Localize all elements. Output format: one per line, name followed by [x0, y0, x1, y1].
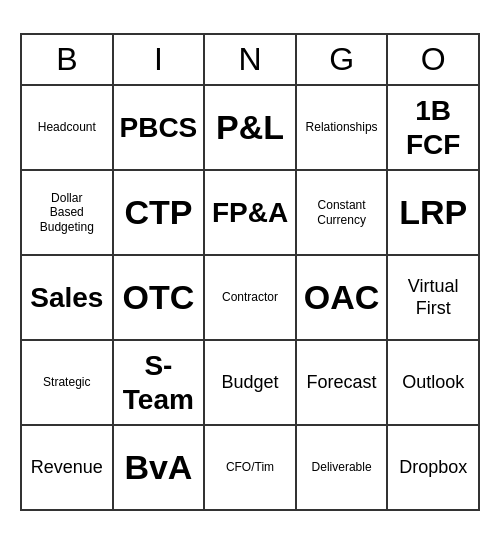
cell-r2-c2: Contractor: [205, 256, 297, 341]
cell-text-r0-c3: Relationships: [306, 120, 378, 134]
cell-text-r4-c0: Revenue: [31, 457, 103, 479]
bingo-grid: HeadcountPBCSP&LRelationships1B FCFDolla…: [20, 86, 480, 511]
bingo-header: BINGO: [20, 33, 480, 86]
header-cell-B: B: [22, 35, 114, 86]
cell-text-r3-c1: S- Team: [123, 349, 194, 416]
bingo-card: BINGO HeadcountPBCSP&LRelationships1B FC…: [20, 33, 480, 511]
cell-r1-c2: FP&A: [205, 171, 297, 256]
cell-r4-c3: Deliverable: [297, 426, 389, 511]
cell-r4-c0: Revenue: [22, 426, 114, 511]
cell-r0-c1: PBCS: [114, 86, 206, 171]
header-cell-G: G: [297, 35, 389, 86]
cell-text-r2-c2: Contractor: [222, 290, 278, 304]
cell-r2-c0: Sales: [22, 256, 114, 341]
cell-r4-c2: CFO/Tim: [205, 426, 297, 511]
cell-r1-c4: LRP: [388, 171, 480, 256]
cell-text-r4-c4: Dropbox: [399, 457, 467, 479]
cell-text-r2-c3: OAC: [304, 277, 380, 318]
cell-r0-c0: Headcount: [22, 86, 114, 171]
cell-r3-c3: Forecast: [297, 341, 389, 426]
cell-text-r2-c4: Virtual First: [408, 276, 459, 319]
cell-r3-c1: S- Team: [114, 341, 206, 426]
cell-text-r1-c2: FP&A: [212, 196, 288, 230]
cell-text-r0-c1: PBCS: [119, 111, 197, 145]
cell-text-r0-c0: Headcount: [38, 120, 96, 134]
cell-text-r3-c2: Budget: [221, 372, 278, 394]
cell-r1-c3: Constant Currency: [297, 171, 389, 256]
cell-r3-c2: Budget: [205, 341, 297, 426]
cell-r2-c3: OAC: [297, 256, 389, 341]
cell-r4-c1: BvA: [114, 426, 206, 511]
header-cell-N: N: [205, 35, 297, 86]
cell-r3-c4: Outlook: [388, 341, 480, 426]
header-cell-I: I: [114, 35, 206, 86]
cell-text-r3-c0: Strategic: [43, 375, 90, 389]
cell-r2-c4: Virtual First: [388, 256, 480, 341]
cell-text-r1-c1: CTP: [124, 192, 192, 233]
header-cell-O: O: [388, 35, 480, 86]
cell-text-r0-c2: P&L: [216, 107, 284, 148]
cell-text-r1-c3: Constant Currency: [317, 198, 366, 227]
cell-r0-c3: Relationships: [297, 86, 389, 171]
cell-r0-c4: 1B FCF: [388, 86, 480, 171]
cell-text-r2-c0: Sales: [30, 281, 103, 315]
cell-text-r2-c1: OTC: [123, 277, 195, 318]
cell-text-r1-c4: LRP: [399, 192, 467, 233]
cell-text-r4-c2: CFO/Tim: [226, 460, 274, 474]
cell-r1-c1: CTP: [114, 171, 206, 256]
cell-r1-c0: Dollar Based Budgeting: [22, 171, 114, 256]
cell-text-r3-c4: Outlook: [402, 372, 464, 394]
cell-r2-c1: OTC: [114, 256, 206, 341]
cell-r3-c0: Strategic: [22, 341, 114, 426]
cell-text-r0-c4: 1B FCF: [406, 94, 460, 161]
cell-text-r3-c3: Forecast: [307, 372, 377, 394]
cell-r0-c2: P&L: [205, 86, 297, 171]
cell-r4-c4: Dropbox: [388, 426, 480, 511]
cell-text-r1-c0: Dollar Based Budgeting: [40, 191, 94, 234]
cell-text-r4-c3: Deliverable: [312, 460, 372, 474]
cell-text-r4-c1: BvA: [124, 447, 192, 488]
